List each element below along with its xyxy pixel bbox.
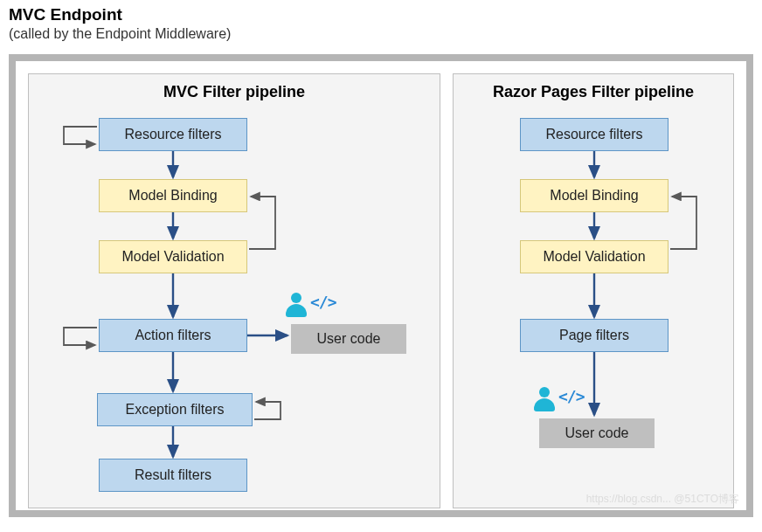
user-code-box: User code bbox=[291, 324, 406, 354]
razor-panel-title: Razor Pages Filter pipeline bbox=[454, 83, 733, 101]
razor-model-binding-box: Model Binding bbox=[520, 179, 668, 212]
outer-container: MVC Filter pipeline Resource filters Mod… bbox=[9, 54, 753, 517]
mvc-panel-title: MVC Filter pipeline bbox=[29, 83, 440, 101]
razor-code-icon: </> bbox=[558, 387, 585, 405]
watermark-text: https://blog.csdn... @51CTO博客 bbox=[586, 492, 739, 507]
razor-resource-filters-box: Resource filters bbox=[520, 118, 668, 151]
model-validation-box: Model Validation bbox=[99, 240, 247, 273]
razor-user-code-box: User code bbox=[539, 418, 655, 448]
page-filters-box: Page filters bbox=[520, 319, 668, 352]
model-binding-box: Model Binding bbox=[99, 179, 247, 212]
exception-filters-box: Exception filters bbox=[97, 393, 253, 426]
diagram-title: MVC Endpoint bbox=[9, 5, 753, 24]
resource-filters-box: Resource filters bbox=[99, 118, 247, 151]
diagram-header: MVC Endpoint (called by the Endpoint Mid… bbox=[0, 0, 762, 49]
code-icon: </> bbox=[310, 293, 336, 311]
mvc-filter-pipeline-panel: MVC Filter pipeline Resource filters Mod… bbox=[28, 73, 440, 508]
diagram-subtitle: (called by the Endpoint Middleware) bbox=[9, 26, 753, 42]
action-filters-box: Action filters bbox=[99, 319, 247, 352]
razor-model-validation-box: Model Validation bbox=[520, 240, 668, 273]
razor-pages-filter-pipeline-panel: Razor Pages Filter pipeline Resource fil… bbox=[453, 73, 734, 508]
result-filters-box: Result filters bbox=[99, 459, 247, 492]
